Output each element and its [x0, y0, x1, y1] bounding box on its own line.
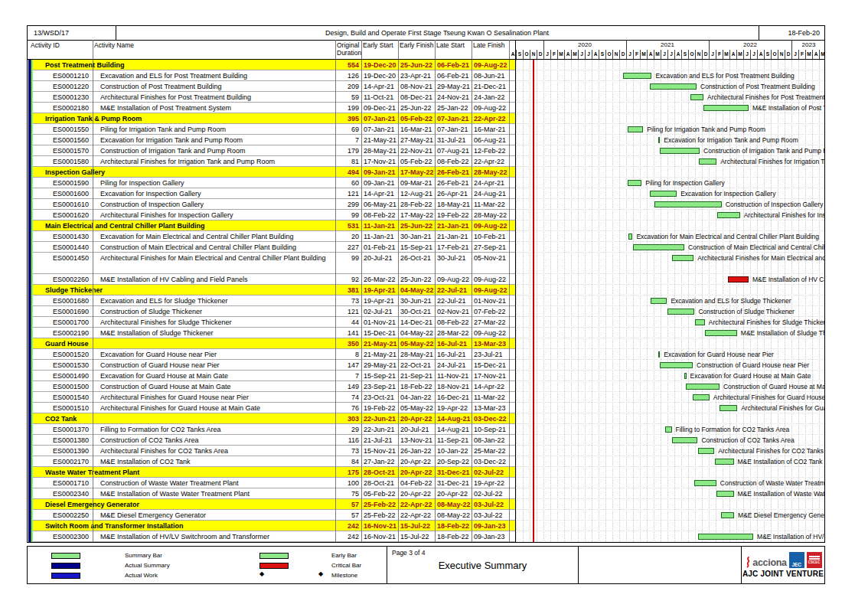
cell-duration: 81 — [335, 156, 359, 167]
gantt-bar-label: M&E Installation of Sludge Thickener — [741, 328, 825, 338]
cell-activity-id: ES0001680 — [53, 296, 91, 306]
cell-activity-name: Architectural Finishes for Guard House a… — [100, 403, 332, 413]
gantt-bar — [721, 512, 734, 518]
cell-late-start: 14-Aug-21 — [437, 424, 472, 435]
joint-venture-logo-box: acciona JEC CSCEC AJC JOINT VENTURE — [742, 547, 824, 583]
column-line — [472, 40, 472, 542]
cell-late-finish: 28-May-22 — [474, 210, 508, 220]
cell-early-finish: 23-Apr-21 — [400, 70, 435, 81]
gantt-bar-label: Construction of Guard House near Pier — [697, 360, 809, 371]
cell-activity-id: ES0001440 — [53, 242, 91, 253]
cell-activity-name: Filling to Formation for CO2 Tanks Area — [100, 424, 332, 435]
month-grid-line — [592, 60, 592, 542]
gantt-bar — [650, 191, 677, 197]
cell-duration: 381 — [335, 285, 359, 296]
cell-duration: 7 — [335, 371, 359, 381]
cell-early-finish: 28-Feb-22 — [400, 199, 435, 210]
cell-duration: 8 — [335, 349, 359, 360]
cell-late-finish: 09-Aug-22 — [474, 220, 508, 231]
gantt-bar — [716, 491, 733, 497]
jec-logo: JEC — [789, 552, 804, 568]
cell-activity-name: Excavation and ELS for Sludge Thickener — [100, 296, 332, 306]
cell-early-start: 21-Jul-21 — [364, 435, 398, 446]
cell-early-start: 28-May-21 — [364, 145, 398, 156]
cell-late-start: 09-Aug-22 — [437, 274, 472, 285]
cell-group-name: Switch Room and Transformer Installation — [45, 521, 328, 531]
cell-group-name: Irrigation Tank & Pump Room — [45, 113, 328, 124]
cell-late-finish: 05-Nov-21 — [474, 253, 508, 263]
cell-early-finish: 20-Apr-22 — [400, 488, 435, 499]
cell-early-start: 16-Nov-21 — [364, 521, 398, 531]
cell-late-finish: 06-Aug-21 — [474, 135, 508, 145]
cell-late-start: 08-May-22 — [437, 499, 472, 510]
cell-late-start: 10-Jan-22 — [437, 446, 472, 456]
cell-group-name: Post Treatment Building — [45, 60, 328, 70]
cell-activity-name: Architectural Finishes for Inspection Ga… — [100, 210, 332, 220]
cell-late-finish: 16-Mar-21 — [474, 124, 508, 135]
gantt-bar — [672, 437, 698, 443]
cell-duration: 199 — [335, 103, 359, 113]
cell-activity-id: ES0001620 — [53, 210, 91, 220]
cell-late-start: 26-Apr-21 — [437, 188, 472, 199]
month-grid-line — [523, 60, 524, 542]
cell-activity-name: Architectural Finishes for Post Treatmen… — [100, 92, 332, 103]
legend-item: Early Bar — [28, 552, 387, 560]
gantt-bar — [698, 534, 753, 540]
month-grid-line — [599, 60, 599, 542]
cell-activity-name: Construction of CO2 Tanks Area — [100, 435, 332, 446]
footer-bar: Summary BarActual SummaryActual WorkEarl… — [27, 546, 825, 584]
cell-late-finish: 09-Aug-22 — [474, 103, 508, 113]
legend-swatch-critical — [259, 563, 289, 569]
cell-duration: 175 — [335, 467, 359, 478]
cell-early-finish: 17-May-22 — [400, 167, 435, 178]
cell-activity-id: ES0001570 — [53, 145, 91, 156]
year-cell: 2023 — [791, 40, 825, 50]
cell-early-finish: 04-May-22 — [400, 285, 435, 296]
cell-late-start: 18-Feb-22 — [437, 521, 472, 531]
cell-activity-name: Construction of Sludge Thickener — [100, 306, 332, 317]
acciona-vine-icon — [744, 557, 752, 568]
cell-early-start: 25-Feb-22 — [364, 510, 398, 521]
cell-late-start: 24-Jul-21 — [437, 360, 472, 371]
cell-early-finish: 13-Nov-21 — [400, 435, 435, 446]
cell-late-finish: 15-Dec-21 — [474, 360, 508, 371]
cell-duration: 59 — [335, 92, 359, 103]
gantt-bar — [717, 212, 740, 218]
cell-late-start: 26-Feb-21 — [437, 167, 472, 178]
gantt-bar — [695, 319, 705, 325]
cell-early-start: 20-Jul-21 — [364, 253, 398, 263]
cell-early-start: 26-Mar-22 — [364, 274, 398, 285]
summary-stripe-green — [31, 60, 33, 542]
cell-early-start: 15-Sep-21 — [364, 371, 398, 381]
year-cell — [515, 40, 543, 50]
cell-duration: 75 — [335, 488, 359, 499]
cell-late-finish: 19-Apr-22 — [474, 478, 508, 488]
cell-duration: 121 — [335, 306, 359, 317]
cell-late-finish: 24-Apr-21 — [474, 178, 508, 188]
gantt-bar — [633, 244, 684, 250]
cell-early-finish: 22-Oct-21 — [400, 360, 435, 371]
cell-early-finish: 20-Apr-22 — [400, 456, 435, 467]
cell-late-start: 31-Dec-21 — [437, 467, 472, 478]
cell-duration: 7 — [335, 135, 359, 145]
cell-activity-id: ES0001450 — [53, 253, 91, 263]
month-grid-line — [605, 60, 606, 542]
month-grid-line — [812, 60, 813, 542]
cell-late-finish: 01-Nov-21 — [474, 296, 508, 306]
cell-early-finish: 22-Nov-21 — [400, 145, 435, 156]
cell-duration: 73 — [335, 446, 359, 456]
cell-activity-id: ES0001510 — [53, 403, 91, 413]
gantt-bar-label: Construction of CO2 Tanks Area — [701, 435, 794, 446]
cell-activity-name: M&E Installation of Waste Water Treatmen… — [100, 488, 332, 499]
cell-early-start: 14-Apr-21 — [364, 188, 398, 199]
cell-late-finish: 28-May-22 — [474, 167, 508, 178]
cell-early-start: 27-Jan-22 — [364, 456, 398, 467]
cell-early-start: 21-May-21 — [364, 349, 398, 360]
cell-early-start: 07-Jan-21 — [364, 113, 398, 124]
cell-activity-id: ES0001500 — [53, 381, 91, 392]
month-grid-line — [557, 60, 558, 542]
cell-late-finish: 07-Feb-22 — [474, 306, 508, 317]
logos-row: acciona JEC CSCEC — [744, 552, 821, 568]
cell-activity-name: Architectural Finishes for Guard House n… — [100, 392, 332, 403]
cell-duration: 29 — [335, 424, 359, 435]
